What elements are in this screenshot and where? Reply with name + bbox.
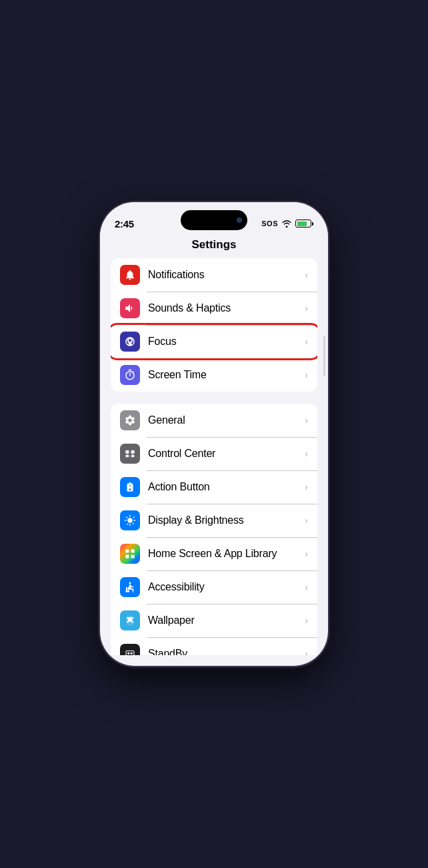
control-center-label: Control Center [148,448,305,460]
screen-time-label: Screen Time [148,369,305,381]
focus-label: Focus [148,336,305,348]
settings-content[interactable]: Notifications › Sounds & Haptics › [100,258,328,655]
settings-row-notifications[interactable]: Notifications › [111,258,317,292]
settings-row-wallpaper[interactable]: Wallpaper › [111,604,317,637]
svg-rect-7 [131,555,135,558]
settings-row-sounds[interactable]: Sounds & Haptics › [111,292,317,325]
settings-row-home-screen[interactable]: Home Screen & App Library › [111,537,317,570]
status-bar: 2:45 SOS [100,202,328,236]
wallpaper-label: Wallpaper [148,614,305,626]
settings-row-focus[interactable]: Focus › [111,325,317,358]
dynamic-island [181,210,247,230]
control-center-chevron: › [305,448,308,459]
home-screen-icon [120,544,140,564]
battery-icon [295,220,313,228]
standby-icon [120,644,140,655]
settings-group-2: General › Control Center › [111,404,317,655]
svg-rect-1 [131,450,135,454]
scroll-indicator [323,336,325,376]
home-screen-label: Home Screen & App Library [148,548,305,560]
svg-rect-5 [131,549,135,552]
settings-row-action-button[interactable]: Action Button › [111,470,317,504]
accessibility-chevron: › [305,582,308,592]
sounds-icon [120,298,140,318]
svg-rect-16 [131,653,133,655]
wallpaper-chevron: › [305,615,308,626]
action-button-icon [120,477,140,497]
settings-group-1: Notifications › Sounds & Haptics › [111,258,317,392]
focus-chevron: › [305,336,308,347]
svg-rect-6 [125,555,129,558]
sounds-chevron: › [305,303,308,314]
notifications-icon [120,265,140,285]
sounds-label: Sounds & Haptics [148,302,305,314]
page-title-bar: Settings [100,236,328,258]
action-button-chevron: › [305,482,308,492]
screen: 2:45 SOS [100,202,328,666]
page-title: Settings [191,238,236,251]
svg-rect-0 [125,450,129,454]
status-time: 2:45 [115,218,134,230]
settings-row-display[interactable]: Display & Brightness › [111,504,317,537]
accessibility-icon [120,577,140,597]
settings-row-general[interactable]: General › [111,404,317,437]
screen-time-chevron: › [305,370,308,380]
wallpaper-icon [120,610,140,630]
status-right-icons: SOS [261,220,313,228]
accessibility-label: Accessibility [148,581,305,593]
standby-label: StandBy [148,648,305,655]
svg-rect-2 [125,455,129,458]
display-label: Display & Brightness [148,514,305,526]
screen-time-icon [120,365,140,385]
island-camera-dot [237,218,242,223]
notifications-label: Notifications [148,269,305,281]
svg-rect-14 [126,651,134,656]
settings-row-screen-time[interactable]: Screen Time › [111,358,317,392]
svg-rect-4 [125,549,129,552]
general-icon [120,410,140,430]
settings-row-accessibility[interactable]: Accessibility › [111,570,317,604]
settings-row-standby[interactable]: StandBy › [111,637,317,655]
svg-rect-3 [131,455,135,458]
home-screen-chevron: › [305,548,308,559]
notifications-chevron: › [305,270,308,280]
display-icon [120,510,140,530]
general-label: General [148,414,305,426]
action-button-label: Action Button [148,481,305,493]
svg-rect-15 [127,653,129,655]
focus-icon [120,332,140,352]
display-chevron: › [305,515,308,526]
svg-point-8 [129,582,131,584]
wifi-icon [281,220,292,228]
general-chevron: › [305,415,308,426]
control-center-icon [120,444,140,464]
sos-label: SOS [261,220,278,228]
standby-chevron: › [305,648,308,655]
settings-row-control-center[interactable]: Control Center › [111,437,317,470]
phone-frame: 2:45 SOS [100,202,328,666]
